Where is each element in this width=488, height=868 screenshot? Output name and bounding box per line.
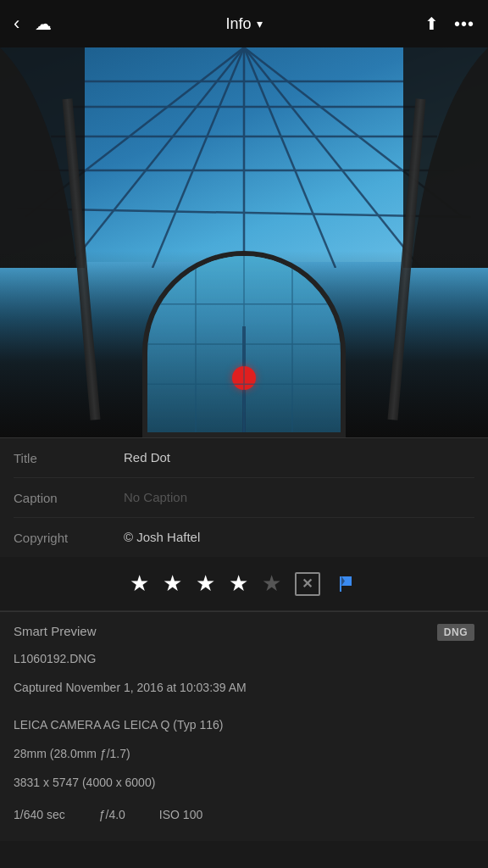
camera-row: LEICA CAMERA AG LEICA Q (Typ 116)	[14, 710, 474, 739]
spacer-2	[14, 797, 474, 805]
star-2[interactable]: ★	[163, 570, 182, 597]
smart-preview-row: Smart Preview DNG	[14, 612, 474, 644]
camera-model: LEICA CAMERA AG LEICA Q (Typ 116)	[14, 715, 223, 734]
captured-date: Captured November 1, 2016 at 10:03:39 AM	[14, 678, 247, 697]
title-row: Title Red Dot	[14, 438, 474, 478]
spacer-1	[14, 702, 474, 710]
header-title: Info	[225, 15, 251, 33]
header-right: ⬆ •••	[424, 14, 474, 34]
flag-icon	[336, 574, 357, 594]
copyright-value: © Josh Haftel	[124, 530, 474, 544]
cloud-icon[interactable]: ☁	[35, 14, 52, 34]
header-center: Info ▾	[225, 15, 262, 33]
iso: ISO 100	[159, 808, 202, 821]
smart-preview-label: Smart Preview	[14, 624, 97, 638]
dimensions-row: 3831 x 5747 (4000 x 6000)	[14, 768, 474, 797]
header: ‹ ☁ Info ▾ ⬆ •••	[0, 0, 488, 47]
reject-button[interactable]: ✕	[295, 572, 320, 596]
dimensions: 3831 x 5747 (4000 x 6000)	[14, 773, 155, 792]
dng-badge: DNG	[437, 624, 474, 641]
svg-rect-20	[340, 576, 341, 592]
filename: L1060192.DNG	[14, 649, 96, 668]
copyright-row: Copyright © Josh Haftel	[14, 518, 474, 557]
caption-label: Caption	[14, 490, 124, 505]
share-button[interactable]: ⬆	[424, 14, 439, 34]
captured-row: Captured November 1, 2016 at 10:03:39 AM	[14, 673, 474, 702]
photo-container	[0, 47, 488, 437]
focal-length: 28mm (28.0mm ƒ/1.7)	[14, 744, 130, 763]
star-1[interactable]: ★	[130, 570, 149, 597]
details-section: Smart Preview DNG L1060192.DNG Captured …	[0, 612, 488, 841]
caption-row: Caption No Caption	[14, 478, 474, 518]
photo-background	[0, 47, 488, 437]
center-arch-window	[142, 251, 346, 437]
star-4[interactable]: ★	[229, 570, 248, 597]
copyright-label: Copyright	[14, 530, 124, 545]
exif-row: 1/640 sec ƒ/4.0 ISO 100	[14, 805, 474, 824]
star-5[interactable]: ★	[262, 570, 281, 597]
more-button[interactable]: •••	[454, 14, 474, 34]
focal-length-row: 28mm (28.0mm ƒ/1.7)	[14, 739, 474, 768]
caption-value: No Caption	[124, 490, 474, 504]
title-label: Title	[14, 450, 124, 465]
flag-button[interactable]	[334, 572, 359, 596]
chevron-down-icon[interactable]: ▾	[257, 17, 263, 31]
back-button[interactable]: ‹	[14, 13, 19, 35]
rating-section: ★ ★ ★ ★ ★ ✕	[0, 557, 488, 611]
star-3[interactable]: ★	[196, 570, 215, 597]
aperture: ƒ/4.0	[99, 808, 125, 821]
header-left: ‹ ☁	[14, 13, 52, 35]
title-value: Red Dot	[124, 450, 474, 465]
filename-row: L1060192.DNG	[14, 644, 474, 673]
shutter-speed: 1/640 sec	[14, 808, 65, 821]
info-section: Title Red Dot Caption No Caption Copyrig…	[0, 438, 488, 557]
